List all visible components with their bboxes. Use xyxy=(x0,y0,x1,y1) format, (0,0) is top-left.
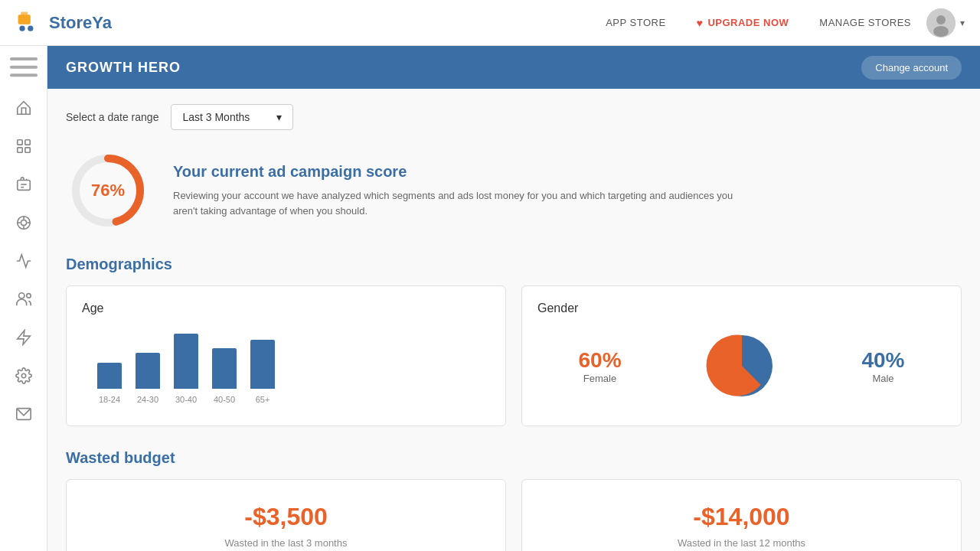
logo[interactable]: StoreYa xyxy=(15,9,112,37)
wasted-budget-title: Wasted budget xyxy=(66,449,962,467)
sidebar-item-lightning[interactable] xyxy=(6,320,41,355)
svg-rect-14 xyxy=(17,181,30,191)
nav-links: APP STORE ♥ UPGRADE NOW MANAGE STORES xyxy=(606,17,911,29)
heart-icon: ♥ xyxy=(697,17,704,29)
svg-point-23 xyxy=(18,293,24,298)
top-nav: StoreYa APP STORE ♥ UPGRADE NOW MANAGE S… xyxy=(0,0,980,46)
svg-point-26 xyxy=(21,373,26,378)
waste-card: -$14,000Wasted in the last 12 months xyxy=(521,479,962,551)
wasted-budget-section: Wasted budget -$3,500Wasted in the last … xyxy=(66,449,962,551)
score-description: Reviewing your account we have analyzed … xyxy=(173,188,747,218)
bar-label: 24-30 xyxy=(137,395,158,404)
bar xyxy=(97,363,122,389)
waste-amount: -$14,000 xyxy=(537,503,946,531)
gender-female-stat: 60% Female xyxy=(578,348,621,384)
date-range-label: Select a date range xyxy=(66,111,158,123)
change-account-button[interactable]: Change account xyxy=(861,56,962,80)
svg-point-5 xyxy=(936,15,946,24)
sidebar-item-targeting[interactable] xyxy=(6,205,41,240)
nav-manage-stores[interactable]: MANAGE STORES xyxy=(819,17,911,28)
bar-group: 40-50 xyxy=(212,348,237,404)
bar-label: 30-40 xyxy=(175,395,197,404)
svg-marker-25 xyxy=(17,331,30,344)
bar xyxy=(250,340,275,389)
age-card: Age 18-2424-3030-4040-5065+ xyxy=(66,285,506,426)
bar-group: 18-24 xyxy=(97,363,122,404)
main-content: GROWTH HERO Change account Select a date… xyxy=(47,46,980,551)
waste-label: Wasted in the last 3 months xyxy=(82,537,490,549)
demographics-section: Demographics Age 18-2424-3030-4040-5065+… xyxy=(66,256,962,426)
score-text: Your current ad campaign score Reviewing… xyxy=(173,163,747,218)
waste-label: Wasted in the last 12 months xyxy=(537,537,946,549)
nav-app-store[interactable]: APP STORE xyxy=(606,17,665,28)
sidebar xyxy=(0,46,47,551)
svg-rect-10 xyxy=(17,140,21,145)
male-pct: 40% xyxy=(861,348,904,373)
bar xyxy=(174,334,198,389)
score-title: Your current ad campaign score xyxy=(173,163,747,181)
bar xyxy=(212,348,237,389)
bar-label: 18-24 xyxy=(99,395,120,404)
logo-text: StoreYa xyxy=(49,13,112,33)
svg-point-6 xyxy=(933,26,949,37)
svg-rect-12 xyxy=(17,148,21,152)
female-pct: 60% xyxy=(578,348,621,373)
bar-group: 24-30 xyxy=(136,353,160,404)
svg-point-2 xyxy=(19,25,24,31)
content-area: Select a date range Last 3 Months ▾ 76% xyxy=(47,89,980,551)
bar-group: 30-40 xyxy=(174,334,198,404)
age-card-title: Age xyxy=(82,302,490,315)
date-range-select[interactable]: Last 3 Months ▾ xyxy=(171,104,293,130)
bar xyxy=(136,353,160,389)
score-section: 76% Your current ad campaign score Revie… xyxy=(66,148,962,233)
sidebar-item-home[interactable] xyxy=(6,90,41,126)
female-label: Female xyxy=(578,373,621,384)
avatar-button[interactable]: ▾ xyxy=(926,8,965,37)
waste-card: -$3,500Wasted in the last 3 months xyxy=(66,479,506,551)
chevron-down-icon: ▾ xyxy=(960,18,965,28)
sidebar-item-campaigns[interactable] xyxy=(6,167,41,202)
svg-point-24 xyxy=(26,294,30,298)
gender-pie-chart xyxy=(704,328,780,404)
score-value: 76% xyxy=(91,181,125,201)
bar-label: 65+ xyxy=(256,395,270,404)
sidebar-item-settings[interactable] xyxy=(6,358,41,393)
avatar xyxy=(926,8,956,37)
gender-card-title: Gender xyxy=(537,302,946,315)
sidebar-item-email[interactable] xyxy=(6,396,41,432)
sidebar-item-analytics[interactable] xyxy=(6,243,41,279)
date-range-value: Last 3 Months xyxy=(182,111,250,123)
date-range-row: Select a date range Last 3 Months ▾ xyxy=(66,104,962,130)
svg-point-3 xyxy=(28,25,33,31)
svg-rect-11 xyxy=(24,140,29,145)
nav-upgrade-label: UPGRADE NOW xyxy=(707,17,789,28)
male-label: Male xyxy=(861,373,904,384)
waste-amount: -$3,500 xyxy=(82,503,490,531)
nav-upgrade[interactable]: ♥ UPGRADE NOW xyxy=(697,17,789,29)
sidebar-toggle[interactable] xyxy=(10,54,38,81)
gender-content: 60% Female 40% xyxy=(537,328,946,404)
demographics-title: Demographics xyxy=(66,256,962,273)
svg-rect-1 xyxy=(21,11,28,17)
score-donut: 76% xyxy=(66,148,150,233)
bar-group: 65+ xyxy=(250,340,275,404)
svg-rect-13 xyxy=(24,148,29,152)
age-bar-chart: 18-2424-3030-4040-5065+ xyxy=(82,328,490,404)
chevron-down-icon: ▾ xyxy=(276,111,282,123)
sidebar-item-dashboard[interactable] xyxy=(6,129,41,164)
demographics-grid: Age 18-2424-3030-4040-5065+ Gender 60% F… xyxy=(66,285,962,426)
sidebar-item-audience[interactable] xyxy=(6,282,41,317)
bar-label: 40-50 xyxy=(214,395,235,404)
svg-rect-9 xyxy=(10,73,38,77)
svg-rect-8 xyxy=(10,66,38,69)
gender-male-stat: 40% Male xyxy=(861,348,904,384)
svg-point-18 xyxy=(21,220,26,225)
svg-rect-7 xyxy=(10,57,38,60)
page-header: GROWTH HERO Change account xyxy=(47,46,980,89)
page-title: GROWTH HERO xyxy=(66,60,181,76)
gender-card: Gender 60% Female xyxy=(521,285,962,426)
wasted-budget-grid: -$3,500Wasted in the last 3 months-$14,0… xyxy=(66,479,962,551)
